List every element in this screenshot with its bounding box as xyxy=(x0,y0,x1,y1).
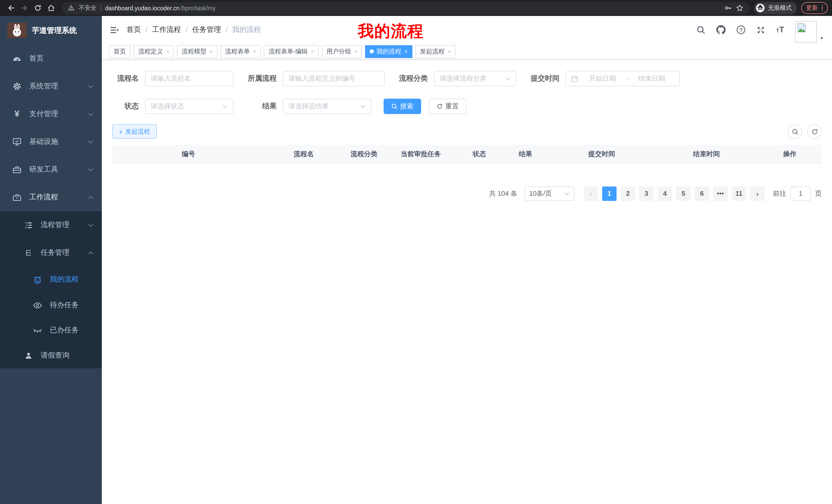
goto-suffix: 页 xyxy=(815,189,822,198)
create-process-button[interactable]: + 发起流程 xyxy=(112,124,157,139)
close-icon[interactable]: × xyxy=(210,48,213,54)
help-icon[interactable]: ? xyxy=(736,25,746,34)
address-bar[interactable]: 不安全 dashboard.yudao.iocoder.cn/bpm/task/… xyxy=(62,2,750,14)
refresh-button[interactable] xyxy=(807,124,822,139)
breadcrumb-current: 我的流程 xyxy=(232,25,261,34)
sidebar-item-todo-tasks[interactable]: 待办任务 xyxy=(0,292,102,318)
tab[interactable]: 用户分组× xyxy=(322,45,362,58)
filter-row-2: 状态 请选择状态 结果 请选择流结果 xyxy=(112,99,822,114)
reload-button[interactable] xyxy=(31,2,44,14)
process-table: 编号流程名流程分类当前审批任务状态结果提交时间结束时间操作 xyxy=(112,145,822,164)
column-header: 流程名 xyxy=(265,145,343,164)
navbar: 首页 / 工作流程 / 任务管理 / 我的流程 我的流程 xyxy=(102,16,832,44)
process-def-input[interactable]: 请输入流程定义的编号 xyxy=(283,71,385,86)
sidebar-item-workflow[interactable]: 工作流程 xyxy=(0,184,102,211)
close-icon[interactable]: × xyxy=(311,48,314,54)
more-pages-button[interactable]: ••• xyxy=(713,187,728,201)
close-icon[interactable]: × xyxy=(354,48,358,54)
monitor-check-icon xyxy=(11,137,23,146)
sidebar-item-done-tasks[interactable]: 已办任务 xyxy=(0,318,102,343)
bookmark-star-icon[interactable] xyxy=(735,4,743,12)
breadcrumb-item[interactable]: 首页 xyxy=(127,25,141,34)
password-key-icon[interactable] xyxy=(724,4,731,12)
close-icon[interactable]: × xyxy=(166,48,170,54)
browser-menu-icon[interactable] xyxy=(822,5,823,11)
page-button[interactable]: 5 xyxy=(676,187,691,201)
goto-page-input[interactable]: 1 xyxy=(790,187,811,201)
chevron-down-icon xyxy=(360,104,366,109)
sidebar-item-task-mgmt[interactable]: 任务管理 xyxy=(0,239,102,267)
fullscreen-icon[interactable] xyxy=(756,25,765,34)
sidebar-item-infra[interactable]: 基础设施 xyxy=(0,128,102,156)
process-name-input[interactable]: 请输入流程名 xyxy=(145,71,233,86)
search-button[interactable]: 搜索 xyxy=(384,99,421,114)
date-end-placeholder: 结束日期 xyxy=(629,74,674,83)
category-select[interactable]: 请选择流程分类 xyxy=(434,71,516,86)
close-icon[interactable]: × xyxy=(448,48,451,54)
sidebar-item-process-mgmt[interactable]: 流程管理 xyxy=(0,211,102,239)
next-page-button[interactable]: › xyxy=(750,187,765,201)
update-label[interactable]: 更新 xyxy=(806,4,818,12)
browser-toolbar: 不安全 dashboard.yudao.iocoder.cn/bpm/task/… xyxy=(0,0,832,16)
breadcrumb-item[interactable]: 任务管理 xyxy=(192,25,221,34)
page-button[interactable]: 1 xyxy=(602,187,617,201)
chevron-down-icon xyxy=(88,112,94,116)
filter-label: 流程分类 xyxy=(397,74,428,83)
chevron-up-icon xyxy=(88,251,94,255)
show-search-toggle-button[interactable] xyxy=(788,124,802,139)
tab[interactable]: 首页 xyxy=(109,45,131,58)
tab[interactable]: 我的流程× xyxy=(365,45,412,58)
tab[interactable]: 流程表单× xyxy=(220,45,261,58)
browser-update-button[interactable]: 更新 xyxy=(801,2,828,14)
tab[interactable]: 流程定义× xyxy=(134,45,174,58)
page-button[interactable]: 3 xyxy=(639,187,654,201)
status-select[interactable]: 请选择状态 xyxy=(145,99,233,114)
svg-text:?: ? xyxy=(739,27,743,33)
url-divider xyxy=(101,5,101,11)
total-count: 共 104 条 xyxy=(489,189,517,198)
app-logo[interactable]: 芋道管理系统 xyxy=(0,16,102,45)
workflow-submenu: 流程管理 任务管理 xyxy=(0,211,102,368)
filter-label: 提交时间 xyxy=(529,74,560,83)
app-title: 芋道管理系统 xyxy=(32,25,77,35)
chevron-down-icon xyxy=(88,168,94,171)
date-range-picker[interactable]: 开始日期 - 结束日期 xyxy=(566,71,680,86)
avatar[interactable] xyxy=(795,21,816,43)
url-host: dashboard.yudao.iocoder.cn xyxy=(105,5,179,11)
breadcrumb-item[interactable]: 工作流程 xyxy=(152,25,181,34)
prev-page-button[interactable]: ‹ xyxy=(583,187,598,201)
table-header-row: 编号流程名流程分类当前审批任务状态结果提交时间结束时间操作 xyxy=(112,145,822,164)
chevron-down-icon xyxy=(88,223,94,227)
page-size-select[interactable]: 10条/页 xyxy=(524,187,574,201)
avatar-caret-icon[interactable]: ▼ xyxy=(820,36,824,43)
back-button[interactable] xyxy=(4,2,18,14)
font-size-icon[interactable]: TT xyxy=(776,26,784,33)
github-icon[interactable] xyxy=(716,25,726,34)
page-button[interactable]: 2 xyxy=(621,187,635,201)
sidebar-item-my-process[interactable]: 我的流程 xyxy=(0,267,102,292)
tab[interactable]: 流程表单-编辑× xyxy=(264,45,319,58)
security-warning-icon[interactable] xyxy=(68,5,75,11)
page-button[interactable]: 6 xyxy=(695,187,709,201)
filter-result: 结果 请选择流结果 xyxy=(246,99,371,114)
home-button[interactable] xyxy=(44,2,58,14)
column-header: 状态 xyxy=(457,145,502,164)
sidebar-item-system[interactable]: 系统管理 xyxy=(0,73,102,100)
result-select[interactable]: 请选择流结果 xyxy=(283,99,371,114)
tab[interactable]: 发起流程× xyxy=(415,45,456,58)
search-icon[interactable] xyxy=(697,25,705,34)
page-button[interactable]: 11 xyxy=(732,187,746,201)
sidebar-item-leave-query[interactable]: 请假查询 xyxy=(0,343,102,368)
sidebar-collapse-icon[interactable] xyxy=(110,26,119,34)
sidebar-item-payment[interactable]: ¥ 支付管理 xyxy=(0,100,102,128)
page-button[interactable]: 4 xyxy=(658,187,672,201)
security-label[interactable]: 不安全 xyxy=(79,4,97,12)
tab[interactable]: 流程模型× xyxy=(177,45,217,58)
forward-button[interactable] xyxy=(18,2,31,14)
sidebar-item-devtools[interactable]: 研发工具 xyxy=(0,156,102,184)
filter-label: 结果 xyxy=(246,102,277,111)
close-icon[interactable]: × xyxy=(253,48,256,54)
close-icon[interactable]: × xyxy=(404,48,408,54)
reset-button[interactable]: 重置 xyxy=(429,99,466,114)
sidebar-item-home[interactable]: 首页 xyxy=(0,45,102,73)
